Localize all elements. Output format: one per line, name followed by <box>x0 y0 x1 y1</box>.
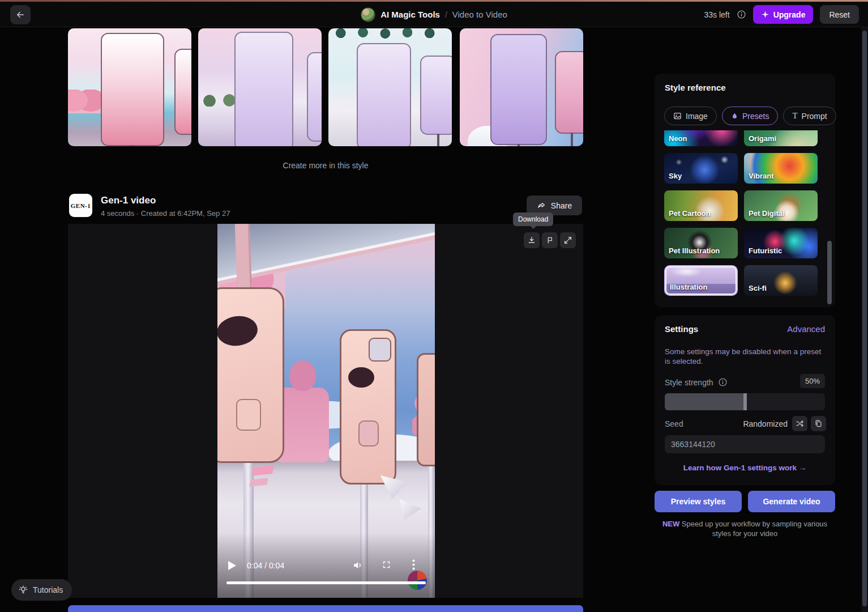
watermark-logo <box>408 571 427 590</box>
video-art-kiosk-notch <box>369 338 391 362</box>
video-frame[interactable]: 0:04 / 0:04 <box>217 224 435 598</box>
seed-input[interactable] <box>665 435 825 453</box>
download-tooltip: Download <box>513 212 553 226</box>
settings-note: Some settings may be disabled when a pre… <box>665 347 826 366</box>
thumbnail-art <box>307 52 322 142</box>
tab-presets-label: Presets <box>742 112 769 121</box>
breadcrumb-separator: / <box>445 10 447 19</box>
preset-tile-neon[interactable]: Neon <box>664 130 738 146</box>
new-text: Speed up your workflow by sampling vario… <box>679 520 827 538</box>
tab-image-label: Image <box>686 112 708 121</box>
style-reference-panel: Style reference Image Presets T Prompt N… <box>655 74 835 307</box>
slider-fill <box>665 393 745 410</box>
video-art-kiosk-partial <box>417 353 435 466</box>
tab-image[interactable]: Image <box>664 107 717 125</box>
video-art-kiosk-right <box>340 329 396 484</box>
video-art-kiosk-slot <box>236 399 261 431</box>
info-icon[interactable] <box>737 10 746 19</box>
video-art-kiosk-left <box>217 287 284 463</box>
style-strength-text: Style strength <box>665 378 713 387</box>
preset-scroll-area: NeonOrigamiSkyVibrantPet CartoonPet Digi… <box>664 130 818 299</box>
preset-label: Origami <box>749 134 776 143</box>
play-button[interactable] <box>228 560 237 571</box>
gallery-thumbnail-3[interactable] <box>328 28 452 146</box>
seed-mode-label[interactable]: Randomized <box>743 419 788 428</box>
gallery-thumbnail-1[interactable] <box>68 28 191 146</box>
video-art-person-hood <box>289 360 316 391</box>
thumbnail-art <box>328 28 452 42</box>
tab-prompt[interactable]: T Prompt <box>783 107 836 125</box>
preset-tile-origami[interactable]: Origami <box>744 130 818 146</box>
download-button[interactable] <box>524 232 540 248</box>
preset-label: Pet Digital <box>749 209 785 218</box>
topbar-actions: 33s left Upgrade Reset <box>704 2 859 27</box>
preset-tile-sky[interactable]: Sky <box>664 153 738 184</box>
player-fullscreen-button[interactable] <box>382 560 391 570</box>
preset-label: Neon <box>669 134 687 143</box>
preset-scrollbar-thumb[interactable] <box>827 241 832 304</box>
page-scrollbar-thumb[interactable] <box>862 31 867 606</box>
preset-tile-illustration[interactable]: Illustration <box>664 265 738 296</box>
lightbulb-icon <box>18 585 28 595</box>
video-art-kiosk-hole <box>217 313 259 348</box>
copy-seed-button[interactable] <box>811 416 826 431</box>
video-title: Gen-1 video <box>101 195 156 206</box>
gallery-thumbnail-2[interactable] <box>198 28 322 146</box>
preview-styles-button[interactable]: Preview styles <box>655 491 742 512</box>
info-icon[interactable] <box>718 377 728 387</box>
preset-label: Vibrant <box>749 172 774 180</box>
page-scrollbar <box>861 27 868 612</box>
volume-icon <box>352 560 363 571</box>
app-root: AI Magic Tools / Video to Video 33s left… <box>0 0 868 612</box>
preset-label: Sky <box>669 172 682 180</box>
style-strength-value: 50% <box>800 374 825 388</box>
tutorials-button[interactable]: Tutorials <box>11 579 72 601</box>
thumbnail-art <box>101 33 164 146</box>
preset-tile-pet-cartoon[interactable]: Pet Cartoon <box>664 190 738 221</box>
more-options-button[interactable] <box>412 559 415 570</box>
generate-video-button[interactable]: Generate video <box>748 491 835 512</box>
bottom-panel-edge[interactable] <box>68 605 583 612</box>
volume-button[interactable] <box>352 560 363 571</box>
preset-label: Futuristic <box>749 246 782 255</box>
preset-tile-sci-fi[interactable]: Sci-fi <box>744 265 818 296</box>
preset-tile-futuristic[interactable]: Futuristic <box>744 228 818 258</box>
settings-panel: Settings Advanced Some settings may be d… <box>655 315 835 485</box>
sparkle-icon <box>761 10 769 19</box>
advanced-link[interactable]: Advanced <box>787 324 825 334</box>
video-progress-bar[interactable] <box>226 581 426 584</box>
upgrade-button[interactable]: Upgrade <box>753 5 814 24</box>
style-strength-slider[interactable] <box>665 393 825 410</box>
tab-presets[interactable]: Presets <box>722 107 778 125</box>
preset-tile-pet-digital[interactable]: Pet Digital <box>744 190 818 221</box>
expand-button[interactable] <box>560 232 576 248</box>
gen1-logo: GEN-1 <box>69 194 92 217</box>
learn-settings-link[interactable]: Learn how Gen-1 settings work → <box>655 464 835 472</box>
preset-label: Illustration <box>670 283 707 291</box>
style-reference-title: Style reference <box>665 83 726 92</box>
video-meta: 4 seconds · Created at 6:42PM, Sep 27 <box>101 209 230 218</box>
reset-button[interactable]: Reset <box>820 5 859 24</box>
new-badge: NEW <box>662 520 679 528</box>
video-art-kiosk-hole <box>348 367 374 388</box>
video-stage: Download <box>68 224 583 598</box>
thumbnail-art <box>234 32 293 146</box>
shuffle-seed-button[interactable] <box>792 416 807 431</box>
preset-label: Sci-fi <box>749 284 767 292</box>
gallery-thumbnail-4[interactable] <box>460 28 583 146</box>
app-avatar <box>361 7 375 22</box>
fullscreen-icon <box>382 560 391 570</box>
preset-tile-vibrant[interactable]: Vibrant <box>744 153 818 184</box>
top-bar: AI Magic Tools / Video to Video 33s left… <box>0 2 868 27</box>
thumbnail-art <box>174 49 191 135</box>
slider-thumb[interactable] <box>743 393 747 410</box>
thumbnail-art <box>420 56 452 135</box>
preset-grid: NeonOrigamiSkyVibrantPet CartoonPet Digi… <box>664 130 818 296</box>
download-icon <box>527 236 536 245</box>
create-more-link[interactable]: Create more in this style <box>68 161 583 170</box>
style-strength-label: Style strength <box>665 377 728 387</box>
preset-tile-pet-illustration[interactable]: Pet Illustration <box>664 228 738 258</box>
text-icon: T <box>792 111 797 121</box>
seed-label: Seed <box>665 419 683 428</box>
flag-button[interactable] <box>542 232 558 248</box>
